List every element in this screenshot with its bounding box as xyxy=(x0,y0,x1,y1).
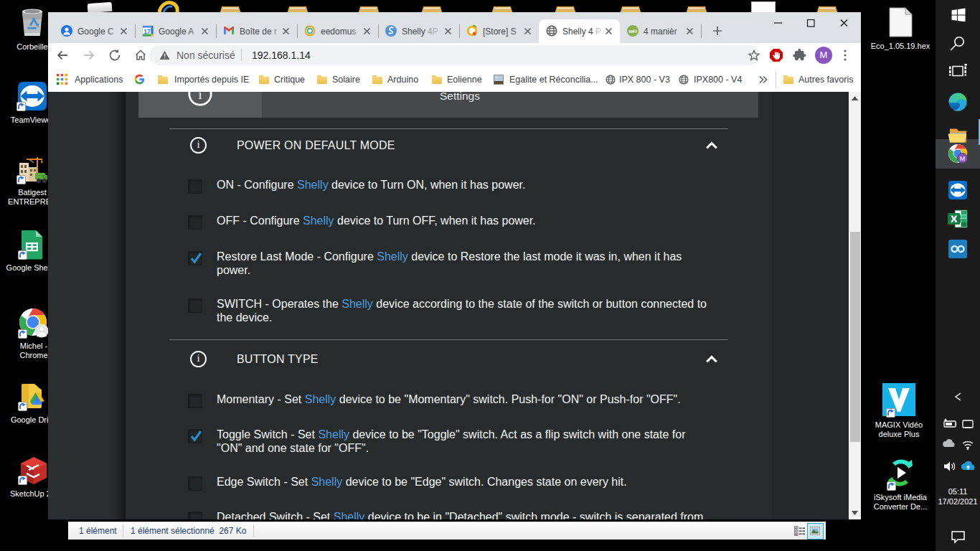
svg-text:i: i xyxy=(198,92,202,102)
svg-text:wH: wH xyxy=(628,28,636,34)
svg-text:17: 17 xyxy=(143,28,151,35)
